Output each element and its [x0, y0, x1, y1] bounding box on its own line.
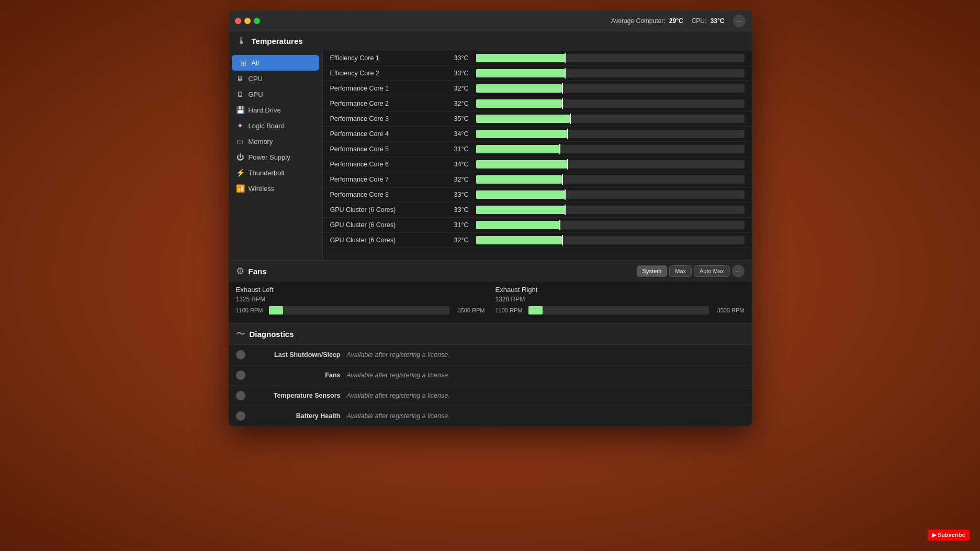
exhaust-right-max: 3500 RPM	[713, 307, 745, 313]
sidebar: ⊞ All 🖥 CPU 🖥 GPU 💾 Hard Drive ✦ Logic B…	[229, 51, 323, 260]
memory-icon: ▭	[236, 137, 244, 145]
temp-row[interactable]: Performance Core 8 33°C	[323, 187, 752, 203]
temp-bar-container	[476, 54, 745, 62]
fans-system-button[interactable]: System	[637, 265, 668, 277]
temp-row[interactable]: Efficiency Core 1 33°C	[323, 51, 752, 66]
temp-value: 31°C	[435, 221, 469, 229]
youtube-subscribe-badge[interactable]: ▶ Subscribe	[928, 530, 970, 541]
sidebar-item-all[interactable]: ⊞ All	[232, 55, 319, 71]
temp-bar-container	[476, 190, 745, 199]
diagnostics-value: Available after registering a license.	[347, 392, 450, 399]
hard-drive-icon: 💾	[236, 106, 244, 114]
exhaust-left-name: Exhaust Left	[236, 286, 485, 294]
sidebar-item-power-supply[interactable]: ⏻ Power Supply	[229, 149, 322, 165]
temp-bar	[476, 130, 567, 138]
sidebar-item-thunderbolt[interactable]: ⚡ Thunderbolt	[229, 165, 322, 181]
diagnostics-label: Fans	[252, 372, 341, 379]
exhaust-right-bar-container	[528, 306, 709, 314]
temp-name: Performance Core 4	[330, 130, 435, 138]
cpu-temp-label: CPU: 33°C	[692, 17, 725, 25]
exhaust-right-bar-wrap: 1100 RPM 3500 RPM	[495, 306, 745, 314]
fans-content: Exhaust Left 1325 RPM 1100 RPM 3500 RPM …	[229, 282, 752, 323]
temp-name: Performance Core 5	[330, 145, 435, 153]
diagnostics-label: Last Shutdown/Sleep	[252, 351, 341, 358]
cpu-icon: 🖥	[236, 74, 244, 83]
maximize-button[interactable]	[254, 18, 260, 24]
all-icon: ⊞	[239, 59, 247, 67]
diagnostics-value: Available after registering a license.	[347, 412, 450, 420]
exhaust-right-name: Exhaust Right	[495, 286, 745, 294]
sidebar-label-wireless: Wireless	[249, 185, 275, 193]
temp-name: Performance Core 2	[330, 100, 435, 107]
temp-bar-container	[476, 130, 745, 138]
temp-name: Performance Core 6	[330, 161, 435, 168]
exhaust-right-rpm: 1328 RPM	[495, 296, 745, 303]
fans-section: ⚙ Fans System Max Auto Max ··· Exhaust L…	[229, 260, 752, 323]
sidebar-item-gpu[interactable]: 🖥 GPU	[229, 86, 322, 102]
minimize-button[interactable]	[244, 18, 251, 24]
exhaust-right-min: 1100 RPM	[495, 307, 524, 313]
temp-bar	[476, 115, 570, 123]
temp-bar	[476, 221, 559, 229]
temp-bar-marker	[562, 174, 563, 185]
sidebar-label-thunderbolt: Thunderbolt	[249, 169, 285, 177]
temp-bar	[476, 190, 565, 199]
fans-header: ⚙ Fans System Max Auto Max ···	[229, 261, 752, 282]
sidebar-item-cpu[interactable]: 🖥 CPU	[229, 71, 322, 86]
more-options-button[interactable]: ···	[733, 15, 746, 27]
temp-bar	[476, 99, 562, 108]
temp-row[interactable]: Performance Core 5 31°C	[323, 142, 752, 157]
sidebar-item-wireless[interactable]: 📶 Wireless	[229, 181, 322, 196]
temp-row[interactable]: Performance Core 4 34°C	[323, 127, 752, 142]
temp-row[interactable]: Performance Core 7 32°C	[323, 172, 752, 187]
exhaust-left-bar-container	[269, 306, 449, 314]
fans-auto-max-button[interactable]: Auto Max	[694, 265, 729, 277]
temp-row[interactable]: Performance Core 6 34°C	[323, 157, 752, 172]
diagnostics-label: Temperature Sensors	[252, 392, 341, 399]
temp-row[interactable]: GPU Cluster (6 Cores) 33°C	[323, 203, 752, 218]
exhaust-right-group: Exhaust Right 1328 RPM 1100 RPM 3500 RPM	[495, 286, 745, 314]
temp-bar-marker	[559, 220, 560, 230]
temp-name: Efficiency Core 2	[330, 70, 435, 77]
temp-row[interactable]: GPU Cluster (6 Cores) 31°C	[323, 218, 752, 233]
app-window: Average Computer: 29°C CPU: 33°C ··· 🌡 T…	[229, 10, 752, 426]
temp-value: 33°C	[435, 191, 469, 198]
temp-row[interactable]: Performance Core 1 32°C	[323, 81, 752, 96]
temp-bar-marker	[562, 235, 563, 245]
temp-bar-marker	[567, 159, 568, 170]
sidebar-item-logic-board[interactable]: ✦ Logic Board	[229, 118, 322, 133]
temp-row[interactable]: GPU Cluster (6 Cores) 32°C	[323, 233, 752, 248]
exhaust-left-rpm: 1325 RPM	[236, 296, 485, 303]
sidebar-item-memory[interactable]: ▭ Memory	[229, 133, 322, 149]
temp-row[interactable]: Performance Core 3 35°C	[323, 111, 752, 127]
temp-bar-marker	[565, 68, 566, 78]
close-button[interactable]	[235, 18, 241, 24]
diagnostics-section: 〜 Diagnostics Last Shutdown/Sleep Availa…	[229, 323, 752, 426]
title-bar-right: Average Computer: 29°C CPU: 33°C ···	[611, 15, 746, 27]
temp-value: 33°C	[435, 70, 469, 77]
fans-more-button[interactable]: ···	[732, 265, 745, 277]
temp-bar	[476, 145, 559, 153]
temp-row[interactable]: Performance Core 2 32°C	[323, 96, 752, 111]
exhaust-left-min: 1100 RPM	[236, 307, 265, 313]
thermometer-icon: 🌡	[237, 36, 246, 47]
temp-value: 32°C	[435, 100, 469, 107]
temp-bar	[476, 84, 562, 93]
temp-name: GPU Cluster (6 Cores)	[330, 237, 435, 244]
temp-value: 33°C	[435, 206, 469, 213]
temp-bar-marker	[562, 83, 563, 94]
sidebar-label-gpu: GPU	[249, 91, 263, 98]
sidebar-item-hard-drive[interactable]: 💾 Hard Drive	[229, 102, 322, 118]
diagnostics-dot	[236, 350, 245, 359]
temp-bar-marker	[565, 53, 566, 63]
fans-max-button[interactable]: Max	[669, 265, 692, 277]
exhaust-left-group: Exhaust Left 1325 RPM 1100 RPM 3500 RPM	[236, 286, 485, 314]
temp-value: 34°C	[435, 161, 469, 168]
temp-bar-container	[476, 145, 745, 153]
temp-bar-container	[476, 175, 745, 184]
temp-row[interactable]: Efficiency Core 2 33°C	[323, 66, 752, 81]
title-bar: Average Computer: 29°C CPU: 33°C ···	[229, 10, 752, 31]
temp-name: Performance Core 8	[330, 191, 435, 198]
temp-bar-container	[476, 69, 745, 77]
temp-bar	[476, 236, 562, 244]
